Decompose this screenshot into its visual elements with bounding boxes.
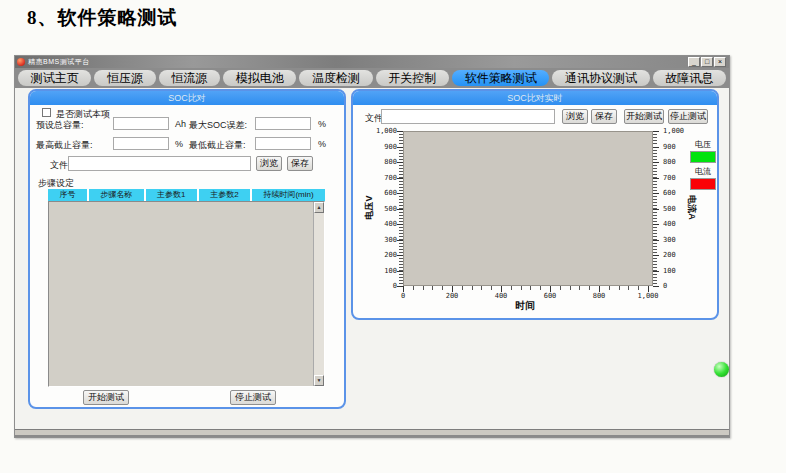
field-label: 最大SOC误差: <box>189 119 247 132</box>
x-tick-mark <box>599 286 600 292</box>
steps-column-header: 主参数2 <box>199 189 250 201</box>
y-tick-mark <box>397 271 403 272</box>
tab-temp-detect[interactable]: 温度检测 <box>299 70 372 86</box>
steps-table-header: 序号步骤名称主参数1主参数2持续时间(min) <box>48 189 325 201</box>
y-tick-mark <box>653 224 659 225</box>
page-title: 8、软件策略测试 <box>27 5 178 31</box>
field-input-1[interactable] <box>255 117 311 130</box>
field-label: 预设总容量: <box>36 119 84 132</box>
stop-test-button[interactable]: 停止测试 <box>230 390 276 405</box>
save-button[interactable]: 保存 <box>287 156 313 171</box>
y-tick-label-left: 1,000 <box>365 127 397 135</box>
y-tick-mark <box>397 224 403 225</box>
minimize-button[interactable]: _ <box>688 57 700 67</box>
realtime-chart: 电压V 电流A 时间 00100100200200300300400400500… <box>353 91 717 318</box>
steps-column-header: 主参数1 <box>146 189 197 201</box>
legend-label: 电流 <box>689 166 717 177</box>
file-label: 文件 <box>50 159 68 172</box>
y-tick-label-left: 300 <box>365 236 397 244</box>
close-button[interactable]: × <box>714 57 726 67</box>
y-tick-label-left: 400 <box>365 220 397 228</box>
tab-protocol-test[interactable]: 通讯协议测试 <box>552 70 649 86</box>
y-tick-mark <box>653 209 659 210</box>
x-tick-mark <box>452 286 453 292</box>
y-tick-label-left: 100 <box>365 267 397 275</box>
steps-column-header: 序号 <box>48 189 87 201</box>
y-tick-label-left: 900 <box>365 143 397 151</box>
green-status-orb-icon[interactable] <box>714 362 729 377</box>
y-tick-label-right: 400 <box>663 220 695 228</box>
y-tick-mark <box>397 255 403 256</box>
x-axis-label: 时间 <box>503 299 547 313</box>
x-tick-label: 200 <box>437 292 467 300</box>
scroll-down-icon[interactable]: ▼ <box>314 375 324 386</box>
y-tick-label-right: 600 <box>663 189 695 197</box>
legend-label: 电压 <box>689 139 717 150</box>
y-tick-label-left: 200 <box>365 251 397 259</box>
legend-swatch-voltage <box>690 151 716 163</box>
y-tick-label-right: 100 <box>663 267 695 275</box>
field-unit: % <box>175 139 183 149</box>
x-tick-label: 600 <box>535 292 565 300</box>
file-path-input[interactable] <box>68 156 251 171</box>
tab-home[interactable]: 测试主页 <box>18 70 91 86</box>
x-tick-mark <box>648 286 649 292</box>
soc-panel-header: SOC比对 <box>30 91 344 105</box>
app-window: 精惠BMS测试平台 _ □ × 测试主页恒压源恒流源模拟电池温度检测开关控制软件… <box>14 55 730 438</box>
steps-list[interactable]: ▲ ▼ <box>48 201 325 387</box>
soc-realtime-panel: SOC比对实时 文件 浏览 保存 开始测试 停止测试 电压V 电流A 时间 00… <box>351 89 719 320</box>
tab-cc-source[interactable]: 恒流源 <box>159 70 220 86</box>
x-tick-mark <box>403 286 404 292</box>
x-tick-label: 800 <box>584 292 614 300</box>
x-tick-label: 1,000 <box>633 292 663 300</box>
y-tick-label-left: 600 <box>365 189 397 197</box>
steps-column-header: 持续时间(min) <box>252 189 325 201</box>
field-input-3[interactable] <box>255 137 311 150</box>
field-input-2[interactable] <box>113 137 169 150</box>
x-tick-label: 400 <box>486 292 516 300</box>
field-label: 最低截止容量: <box>189 139 246 152</box>
x-tick-mark <box>550 286 551 292</box>
field-unit: % <box>318 139 326 149</box>
y-tick-mark <box>397 131 403 132</box>
field-unit: Ah <box>175 119 186 129</box>
y-tick-label-left: 500 <box>365 205 397 213</box>
y-tick-mark <box>653 255 659 256</box>
y-tick-label-left: 0 <box>365 282 397 290</box>
tab-battery-sim[interactable]: 模拟电池 <box>223 70 296 86</box>
tab-fault-info[interactable]: 故障讯息 <box>653 70 726 86</box>
field-unit: % <box>318 119 326 129</box>
x-tick-mark <box>501 286 502 292</box>
window-controls: _ □ × <box>688 57 726 67</box>
maximize-button[interactable]: □ <box>701 57 713 67</box>
chart-plot-area <box>403 131 653 286</box>
y-tick-mark <box>653 286 659 287</box>
y-tick-label-right: 300 <box>663 236 695 244</box>
y-tick-label-right: 500 <box>663 205 695 213</box>
field-label: 最高截止容量: <box>36 139 93 152</box>
y-tick-mark <box>653 147 659 148</box>
y-tick-label-right: 0 <box>663 282 695 290</box>
test-this-item-checkbox[interactable] <box>42 108 51 117</box>
field-input-0[interactable] <box>113 117 169 130</box>
y-tick-mark <box>653 162 659 163</box>
y-tick-label-left: 700 <box>365 174 397 182</box>
browse-button[interactable]: 浏览 <box>256 156 282 171</box>
y-tick-mark <box>397 209 403 210</box>
y-tick-label-right: 1,000 <box>663 127 695 135</box>
y-tick-mark <box>397 193 403 194</box>
y-tick-label-right: 200 <box>663 251 695 259</box>
y-tick-mark <box>653 193 659 194</box>
start-test-button[interactable]: 开始测试 <box>83 390 129 405</box>
tab-switch-control[interactable]: 开关控制 <box>376 70 449 86</box>
steps-scrollbar[interactable]: ▲ ▼ <box>313 202 324 386</box>
y-tick-label-left: 800 <box>365 158 397 166</box>
tab-cv-source[interactable]: 恒压源 <box>94 70 155 86</box>
x-tick-label: 0 <box>388 292 418 300</box>
y-tick-mark <box>397 240 403 241</box>
y-tick-mark <box>653 131 659 132</box>
y-tick-mark <box>653 240 659 241</box>
tab-strategy-test[interactable]: 软件策略测试 <box>452 70 549 86</box>
y-tick-mark <box>653 271 659 272</box>
scroll-up-icon[interactable]: ▲ <box>314 202 324 213</box>
